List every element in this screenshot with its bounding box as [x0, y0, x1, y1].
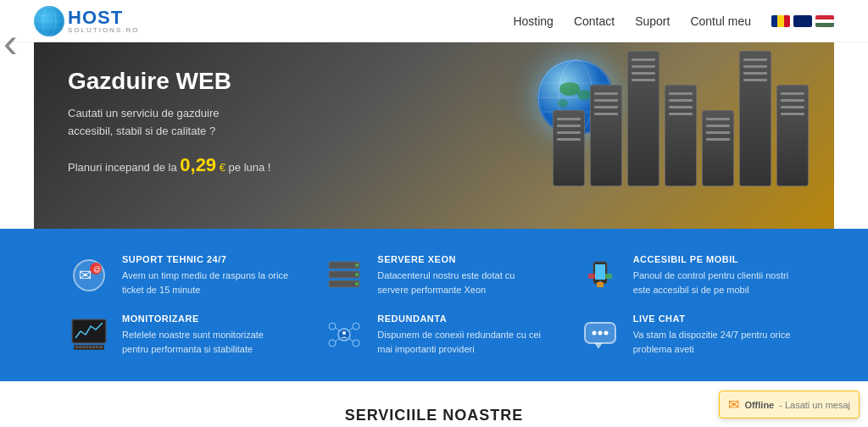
feature-mobil: ACCESIBIL PE MOBIL Panoul de control pen… — [579, 254, 800, 297]
svg-point-42 — [353, 323, 359, 330]
monitorizare-title: MONITORIZARE — [122, 313, 289, 324]
svg-point-43 — [329, 340, 336, 347]
svg-rect-19 — [329, 280, 359, 287]
hero-title: Gazduire WEB — [68, 68, 270, 95]
svg-point-49 — [342, 331, 346, 335]
svg-rect-33 — [79, 346, 81, 348]
chat-offline-label: Offline — [744, 400, 774, 410]
services-title: SERVICIILE NOASTRE — [34, 407, 834, 424]
chat-icon — [579, 313, 621, 356]
flag-hu-icon[interactable] — [815, 15, 834, 27]
features-grid: ✉ @ SUPORT TEHNIC 24/7 Avem un timp medi… — [68, 254, 800, 356]
svg-point-41 — [329, 323, 336, 330]
svg-rect-37 — [92, 346, 95, 348]
server-tower-7 — [776, 85, 809, 186]
logo-text: HOST SOLUTIONS.RO — [68, 8, 139, 34]
svg-line-45 — [336, 328, 340, 331]
redundanta-text: REDUNDANTA Dispunem de conexii redundant… — [377, 313, 544, 356]
server-tower-4 — [665, 85, 697, 186]
nav-hosting[interactable]: Hosting — [513, 14, 553, 28]
svg-rect-32 — [75, 346, 78, 348]
chat-feature-desc: Va stam la dispozitie 24/7 pentru orice … — [633, 328, 800, 356]
chat-widget[interactable]: ✉ Offline - Lasati un mesaj — [719, 391, 860, 419]
suport-title: SUPORT TEHNIC 24/7 — [122, 254, 289, 264]
svg-line-48 — [348, 338, 353, 341]
chat-feature-text: LIVE CHAT Va stam la dispozitie 24/7 pen… — [633, 313, 800, 356]
redundanta-desc: Dispunem de conexii redundante cu cei ma… — [377, 328, 544, 356]
svg-rect-27 — [605, 274, 612, 279]
redundanta-title: REDUNDANTA — [377, 313, 544, 324]
language-flags — [771, 15, 834, 27]
redundanta-icon — [323, 313, 365, 356]
suport-text: SUPORT TEHNIC 24/7 Avem un timp mediu de… — [122, 254, 289, 297]
nav-suport[interactable]: Suport — [635, 14, 670, 28]
svg-rect-30 — [74, 321, 104, 341]
feature-suport: ✉ @ SUPORT TEHNIC 24/7 Avem un timp medi… — [68, 254, 289, 297]
logo-globe-icon — [34, 6, 64, 36]
svg-rect-39 — [99, 346, 103, 348]
monitorizare-text: MONITORIZARE Retelele noastre sunt monit… — [122, 313, 289, 356]
hero-price-currency: € — [220, 161, 225, 174]
main-nav: Hosting Contact Suport Contul meu — [513, 14, 834, 28]
server-tower-1 — [553, 110, 585, 186]
slider-prev-button[interactable]: ‹ — [3, 18, 18, 67]
svg-rect-18 — [329, 271, 359, 278]
server-tower-2 — [590, 85, 622, 186]
chat-message-label: - Lasati un mesaj — [779, 400, 850, 410]
svg-text:@: @ — [93, 265, 101, 274]
feature-chat: LIVE CHAT Va stam la dispozitie 24/7 pen… — [579, 313, 800, 356]
server-tower-6 — [739, 51, 771, 186]
features-section: ✉ @ SUPORT TEHNIC 24/7 Avem un timp medi… — [0, 229, 868, 381]
svg-point-53 — [604, 331, 608, 336]
chat-feature-title: LIVE CHAT — [633, 313, 800, 324]
logo-solutions-label: SOLUTIONS.RO — [68, 27, 139, 34]
mobil-title: ACCESIBIL PE MOBIL — [633, 254, 800, 264]
header: HOST SOLUTIONS.RO Hosting Contact Suport… — [0, 0, 868, 42]
hero-price-text: Planuri incepand de la — [68, 161, 177, 174]
svg-point-22 — [355, 282, 359, 286]
svg-rect-34 — [82, 346, 85, 348]
suport-icon: ✉ @ — [68, 254, 110, 297]
servere-text: SERVERE XEON Datacenterul nostru este do… — [377, 254, 544, 297]
svg-point-20 — [355, 263, 359, 267]
svg-rect-36 — [89, 346, 92, 348]
svg-text:✉: ✉ — [79, 267, 92, 284]
flag-ro-icon[interactable] — [771, 15, 790, 27]
svg-point-21 — [355, 273, 359, 276]
svg-point-51 — [592, 331, 596, 336]
logo-host-label: HOST — [68, 8, 139, 27]
hero-content: Gazduire WEB Cautati un serviciu de gazd… — [68, 68, 270, 176]
feature-monitorizare: MONITORIZARE Retelele noastre sunt monit… — [68, 313, 289, 356]
svg-line-47 — [336, 338, 340, 341]
servere-title: SERVERE XEON — [377, 254, 544, 264]
server-tower-3 — [627, 51, 659, 186]
logo[interactable]: HOST SOLUTIONS.RO — [34, 6, 139, 36]
flag-en-icon[interactable] — [793, 15, 812, 27]
hero-price: Planuri incepand de la 0,29 € pe luna ! — [68, 154, 270, 176]
mobil-text: ACCESIBIL PE MOBIL Panoul de control pen… — [633, 254, 800, 297]
servere-icon — [323, 254, 365, 297]
svg-point-44 — [353, 340, 359, 347]
svg-rect-38 — [96, 346, 98, 348]
server-tower-5 — [702, 110, 734, 186]
svg-rect-17 — [329, 262, 359, 269]
monitorizare-icon — [68, 313, 110, 356]
svg-rect-35 — [86, 346, 88, 348]
svg-rect-26 — [588, 274, 595, 279]
hero-banner: Gazduire WEB Cautati un serviciu de gazd… — [34, 42, 834, 229]
suport-desc: Avem un timp mediu de raspuns la orice t… — [122, 269, 289, 297]
hero-servers-decoration — [553, 51, 809, 186]
feature-redundanta: REDUNDANTA Dispunem de conexii redundant… — [323, 313, 544, 356]
svg-point-52 — [598, 331, 602, 336]
mobil-icon — [579, 254, 621, 297]
monitorizare-desc: Retelele noastre sunt monitorizate pentr… — [122, 328, 289, 356]
feature-servere: SERVERE XEON Datacenterul nostru este do… — [323, 254, 544, 297]
hero-subtitle: Cautati un serviciu de gazduireaccesibil… — [68, 105, 270, 141]
hero-price-period: pe luna ! — [229, 161, 271, 174]
servere-desc: Datacenterul nostru este dotat cu server… — [377, 269, 544, 297]
nav-contul-meu[interactable]: Contul meu — [690, 14, 751, 28]
nav-contact[interactable]: Contact — [574, 14, 615, 28]
svg-rect-24 — [595, 264, 605, 280]
svg-rect-28 — [597, 282, 604, 287]
mobil-desc: Panoul de control pentru clientii nostri… — [633, 269, 800, 297]
